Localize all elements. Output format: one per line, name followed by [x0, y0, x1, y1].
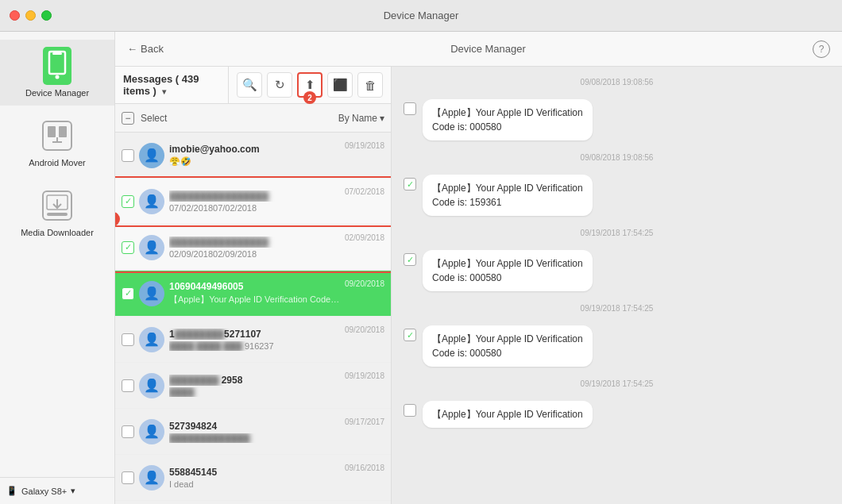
- export-icon: ⬆: [305, 78, 315, 92]
- delete-button[interactable]: 🗑: [357, 72, 383, 98]
- message-info: ████████ 2958 ████: [169, 375, 340, 397]
- message-checkbox[interactable]: [122, 379, 134, 392]
- message-preview: 【Apple】Your Apple ID Verification Code i…: [169, 294, 340, 306]
- svg-rect-4: [43, 121, 71, 150]
- svg-rect-5: [48, 126, 56, 137]
- sidebar-item-media-downloader-label: Media Downloader: [21, 228, 94, 237]
- message-name: ████████ 2958: [169, 375, 340, 386]
- android-mover-icon: [40, 117, 75, 153]
- message-name: ████████████████: [169, 237, 340, 248]
- message-date: 07/02/2018: [345, 187, 384, 196]
- bubble-row: 【Apple】Your Apple ID Verification: [404, 401, 830, 428]
- bubble-checkbox[interactable]: [404, 404, 416, 417]
- message-info: 10690449496005 【Apple】Your Apple ID Veri…: [169, 281, 340, 306]
- annotation-2: 2: [303, 91, 316, 104]
- avatar: 👤: [139, 327, 164, 352]
- message-name: ████████████████: [169, 190, 340, 202]
- deselect-all-button[interactable]: −: [122, 112, 134, 125]
- sort-by-name-button[interactable]: By Name ▾: [338, 113, 384, 124]
- bubble-checkbox[interactable]: [404, 178, 416, 190]
- message-timestamp: 09/08/2018 19:08:56: [404, 153, 830, 162]
- message-date: 09/20/2018: [345, 279, 384, 288]
- traffic-lights: [10, 10, 52, 21]
- list-item[interactable]: 👤 556597860 ... 08/21/2018: [115, 501, 391, 504]
- message-date: 09/19/2018: [345, 141, 384, 150]
- message-preview: ████: [169, 387, 340, 397]
- message-checkbox[interactable]: [122, 149, 134, 162]
- list-item[interactable]: 👤 ████████████████ 07/02/201807/02/2018 …: [115, 179, 391, 225]
- message-timestamp: 09/19/2018 17:54:25: [404, 229, 830, 237]
- avatar: 👤: [139, 373, 164, 398]
- bubble-row: 【Apple】Your Apple ID VerificationCode is…: [404, 325, 830, 367]
- svg-rect-2: [52, 52, 62, 55]
- list-item[interactable]: 👤 558845145 I dead 09/16/2018: [115, 455, 391, 501]
- list-item[interactable]: 👤 ████████ 2958 ████ 09/19/2018: [115, 363, 391, 409]
- device-icon: 📱: [6, 486, 17, 496]
- message-name: 558845145: [169, 467, 340, 478]
- device-selector[interactable]: 📱 Galaxy S8+ ▾: [6, 486, 108, 496]
- message-checkbox[interactable]: [122, 195, 134, 208]
- list-item[interactable]: 👤 527394824 █████████████ 09/17/2017: [115, 409, 391, 455]
- avatar: 👤: [139, 189, 164, 214]
- message-date: 09/17/2017: [345, 417, 384, 426]
- sidebar-item-android-mover[interactable]: Android Mover: [0, 110, 114, 175]
- bubble-checkbox[interactable]: [404, 253, 416, 266]
- message-list: 1 👤 imobie@yahoo.com 😤🤣 09/19/2018: [115, 133, 391, 504]
- sidebar-item-device-manager-label: Device Manager: [25, 88, 89, 98]
- message-checkbox[interactable]: [122, 241, 134, 254]
- message-timestamp: 09/19/2018 17:54:25: [404, 304, 830, 313]
- sidebar-item-device-manager[interactable]: Device Manager: [0, 40, 114, 106]
- content-header: ← Back Device Manager ?: [115, 32, 842, 67]
- message-name: 527394824: [169, 421, 340, 432]
- message-checkbox[interactable]: [122, 425, 134, 438]
- message-checkbox[interactable]: [122, 471, 134, 484]
- message-preview: 07/02/201807/02/2018: [169, 203, 340, 213]
- messages-title: Messages ( 439 items ) ▾: [123, 73, 220, 97]
- search-icon: 🔍: [242, 78, 257, 92]
- message-info: 527394824 █████████████: [169, 421, 340, 443]
- message-checkbox[interactable]: [122, 287, 134, 300]
- bubble-row: 【Apple】Your Apple ID VerificationCode is…: [404, 175, 830, 216]
- help-button[interactable]: ?: [813, 40, 830, 58]
- list-item[interactable]: 👤 1████████5271107 ████ ████ ███ 916237 …: [115, 317, 391, 363]
- back-button[interactable]: ← Back: [127, 43, 164, 55]
- content-area: ← Back Device Manager ? Messages (: [115, 32, 842, 504]
- avatar: 👤: [139, 419, 164, 444]
- message-preview: █████████████: [169, 433, 340, 443]
- message-bubble: 【Apple】Your Apple ID VerificationCode is…: [423, 250, 593, 291]
- fullscreen-button[interactable]: [41, 10, 52, 21]
- sidebar-item-media-downloader[interactable]: Media Downloader: [0, 179, 114, 245]
- avatar: 👤: [139, 465, 164, 491]
- message-timestamp: 09/08/2018 19:08:56: [404, 78, 830, 87]
- sidebar: Device Manager Android Mover: [0, 32, 115, 504]
- back-label: Back: [141, 43, 164, 55]
- refresh-button[interactable]: ↻: [267, 72, 292, 98]
- list-item[interactable]: 👤 imobie@yahoo.com 😤🤣 09/19/2018: [115, 133, 391, 179]
- svg-point-3: [56, 75, 60, 79]
- bubble-row: 【Apple】Your Apple ID VerificationCode is…: [404, 99, 830, 140]
- list-item[interactable]: 👤 ████████████████ 02/09/201802/09/2018 …: [115, 225, 391, 271]
- message-checkbox[interactable]: [122, 333, 134, 346]
- message-date: 09/20/2018: [345, 325, 384, 334]
- bubble-checkbox[interactable]: [404, 102, 416, 115]
- select-label: Select: [141, 113, 332, 124]
- message-bubble: 【Apple】Your Apple ID VerificationCode is…: [423, 175, 593, 216]
- search-button[interactable]: 🔍: [237, 72, 262, 98]
- select-row: − Select By Name ▾: [115, 104, 391, 133]
- close-button[interactable]: [10, 10, 20, 21]
- import-button[interactable]: ⬛: [327, 72, 353, 98]
- avatar: 👤: [139, 143, 164, 168]
- export-button[interactable]: ⬆ 2: [297, 72, 323, 98]
- minimize-button[interactable]: [25, 10, 36, 21]
- message-name: 10690449496005: [169, 281, 340, 292]
- message-preview: 02/09/201802/09/2018: [169, 249, 340, 259]
- message-date: 09/19/2018: [345, 371, 384, 380]
- list-item[interactable]: 👤 10690449496005 【Apple】Your Apple ID Ve…: [115, 271, 391, 317]
- sort-dropdown-icon: ▾: [380, 113, 384, 124]
- message-date: 09/16/2018: [345, 464, 384, 472]
- bubble-checkbox[interactable]: [404, 329, 416, 341]
- import-icon: ⬛: [333, 78, 348, 92]
- chevron-down-icon: ▾: [71, 486, 75, 496]
- title-dropdown-arrow[interactable]: ▾: [162, 87, 166, 96]
- message-info: ████████████████ 07/02/201807/02/2018: [169, 190, 340, 213]
